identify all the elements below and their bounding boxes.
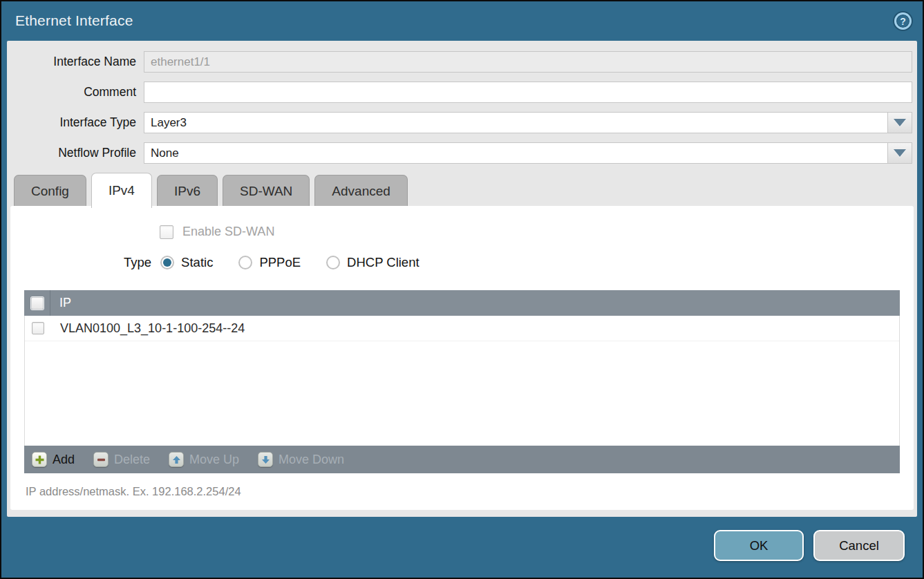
ip-format-hint: IP address/netmask. Ex. 192.168.2.254/24 — [26, 485, 914, 498]
cancel-button[interactable]: Cancel — [813, 530, 905, 561]
tab-config[interactable]: Config — [14, 175, 86, 206]
arrow-up-icon — [169, 452, 184, 467]
radio-option-pppoe[interactable]: PPPoE — [238, 255, 301, 270]
radio-pppoe-icon[interactable] — [238, 256, 252, 269]
table-row[interactable]: VLAN0100_L3_10-1-100-254--24 — [25, 316, 899, 341]
ok-button[interactable]: OK — [714, 530, 804, 561]
radio-dhcp-icon[interactable] — [326, 256, 340, 269]
titlebar: Ethernet Interface ? — [3, 1, 921, 40]
move-down-button-label: Move Down — [279, 453, 344, 467]
netflow-profile-label: Netflow Profile — [7, 146, 144, 160]
add-button-label: Add — [53, 453, 75, 467]
type-label: Type — [124, 255, 151, 270]
interface-type-dropdown[interactable]: Layer3 — [144, 112, 912, 133]
radio-pppoe-label: PPPoE — [259, 255, 301, 270]
chevron-down-icon — [894, 149, 906, 157]
move-up-button-label: Move Up — [189, 453, 239, 467]
tab-advanced[interactable]: Advanced — [314, 175, 408, 206]
ip-table: IP VLAN0100_L3_10-1-100-254--24 — [24, 290, 900, 473]
minus-icon — [93, 452, 109, 467]
ethernet-interface-dialog: Ethernet Interface ? Interface Name Comm… — [0, 0, 924, 579]
form-row-interface-name: Interface Name — [7, 51, 912, 73]
netflow-profile-value[interactable]: None — [144, 142, 887, 164]
tab-ipv4[interactable]: IPv4 — [91, 173, 152, 208]
netflow-profile-dropdown-button[interactable] — [887, 142, 912, 164]
tab-sd-wan[interactable]: SD-WAN — [223, 175, 310, 206]
form-row-netflow-profile: Netflow Profile None — [7, 142, 912, 164]
move-up-button: Move Up — [169, 452, 239, 467]
dialog-title: Ethernet Interface — [15, 12, 133, 29]
help-icon[interactable]: ? — [894, 12, 912, 30]
interface-type-dropdown-button[interactable] — [887, 112, 912, 133]
delete-button-label: Delete — [114, 453, 150, 467]
chevron-down-icon — [894, 119, 906, 126]
ipv4-panel: Enable SD-WAN Type Static PPPoE DHCP Cli… — [10, 206, 914, 510]
tab-bar: Config IPv4 IPv6 SD-WAN Advanced — [7, 173, 917, 206]
dialog-content: Interface Name Comment Interface Type La… — [7, 41, 917, 517]
interface-name-input — [144, 51, 912, 73]
radio-option-static[interactable]: Static — [160, 255, 213, 270]
interface-type-label: Interface Type — [7, 115, 144, 130]
interface-name-label: Interface Name — [7, 55, 144, 69]
row-checkbox[interactable] — [32, 322, 44, 334]
radio-static-icon[interactable] — [160, 256, 174, 269]
tab-ipv6[interactable]: IPv6 — [157, 175, 218, 206]
comment-input[interactable] — [144, 82, 912, 103]
plus-icon — [32, 452, 47, 467]
radio-option-dhcp-client[interactable]: DHCP Client — [326, 255, 419, 270]
netflow-profile-dropdown[interactable]: None — [144, 142, 912, 164]
interface-type-value[interactable]: Layer3 — [144, 112, 887, 133]
ip-column-header: IP — [50, 296, 71, 310]
radio-static-label: Static — [181, 255, 213, 270]
comment-label: Comment — [7, 85, 144, 99]
ip-table-toolbar: Add Delete Move Up — [24, 446, 900, 473]
add-button[interactable]: Add — [32, 452, 75, 467]
enable-sdwan-label: Enable SD-WAN — [182, 225, 274, 239]
form-row-interface-type: Interface Type Layer3 — [7, 112, 912, 133]
enable-sdwan-row: Enable SD-WAN — [10, 206, 914, 239]
select-all-checkbox[interactable] — [31, 297, 44, 310]
ip-row-value[interactable]: VLAN0100_L3_10-1-100-254--24 — [51, 321, 245, 336]
move-down-button: Move Down — [258, 452, 344, 467]
enable-sdwan-checkbox — [160, 225, 173, 239]
radio-dhcp-label: DHCP Client — [347, 255, 419, 270]
delete-button: Delete — [93, 452, 150, 467]
form-row-comment: Comment — [7, 82, 912, 103]
ip-table-header: IP — [24, 290, 900, 316]
arrow-down-icon — [258, 452, 273, 467]
ip-table-body: VLAN0100_L3_10-1-100-254--24 — [24, 316, 900, 446]
form: Interface Name Comment Interface Type La… — [7, 41, 917, 164]
type-radio-group: Type Static PPPoE DHCP Client — [10, 255, 914, 270]
